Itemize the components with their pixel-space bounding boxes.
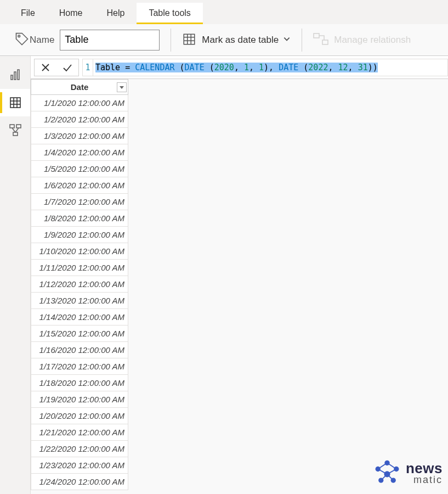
mark-date-label: Mark as date table <box>202 35 279 46</box>
table-row[interactable]: 1/9/2020 12:00:00 AM <box>31 227 128 243</box>
table-row[interactable]: 1/11/2020 12:00:00 AM <box>31 260 128 276</box>
mark-date-group[interactable]: Mark as date table <box>174 24 298 55</box>
svg-point-0 <box>18 35 20 37</box>
cell-date[interactable]: 1/21/2020 12:00:00 AM <box>31 424 128 441</box>
manage-relationships-label: Manage relationsh <box>334 35 411 46</box>
table-row[interactable]: 1/13/2020 12:00:00 AM <box>31 293 128 309</box>
column-header-label: Date <box>71 82 89 92</box>
table-row[interactable]: 1/1/2020 12:00:00 AM <box>31 95 128 111</box>
table-row[interactable]: 1/19/2020 12:00:00 AM <box>31 391 128 408</box>
name-group: Name <box>7 24 167 55</box>
cell-date[interactable]: 1/7/2020 12:00:00 AM <box>31 194 128 210</box>
cell-date[interactable]: 1/20/2020 12:00:00 AM <box>31 408 128 424</box>
table-row[interactable]: 1/15/2020 12:00:00 AM <box>31 325 128 342</box>
cell-date[interactable]: 1/18/2020 12:00:00 AM <box>31 375 128 391</box>
table-name-input[interactable] <box>60 30 160 50</box>
cell-date[interactable]: 1/2/2020 12:00:00 AM <box>31 111 128 128</box>
cell-date[interactable]: 1/11/2020 12:00:00 AM <box>31 260 128 276</box>
table-row[interactable]: 1/3/2020 12:00:00 AM <box>31 128 128 144</box>
formula-input[interactable]: Table = CALENDAR (DATE (2020, 1, 1), DAT… <box>93 59 448 76</box>
table-row[interactable]: 1/17/2020 12:00:00 AM <box>31 358 128 375</box>
svg-rect-11 <box>10 98 20 108</box>
manage-relationships-group[interactable]: Manage relationsh <box>305 24 418 55</box>
chevron-down-icon <box>283 35 291 44</box>
cell-date[interactable]: 1/24/2020 12:00:00 AM <box>31 474 128 490</box>
ribbon-tabs: File Home Help Table tools <box>0 0 448 24</box>
svg-rect-18 <box>13 132 18 136</box>
svg-rect-6 <box>314 33 319 38</box>
table-row[interactable]: 1/22/2020 12:00:00 AM <box>31 441 128 457</box>
table-row[interactable]: 1/2/2020 12:00:00 AM <box>31 111 128 128</box>
main-area: 1 Table = CALENDAR (DATE (2020, 1, 1), D… <box>0 56 448 494</box>
tab-help[interactable]: Help <box>94 3 137 24</box>
table-row[interactable]: 1/6/2020 12:00:00 AM <box>31 177 128 194</box>
data-table: Date 1/1/2020 12:00:00 AM1/2/2020 12:00:… <box>31 79 128 490</box>
cell-date[interactable]: 1/12/2020 12:00:00 AM <box>31 276 128 293</box>
table-row[interactable]: 1/12/2020 12:00:00 AM <box>31 276 128 293</box>
formula-line-number: 1 <box>82 59 93 76</box>
cell-date[interactable]: 1/22/2020 12:00:00 AM <box>31 441 128 457</box>
cell-date[interactable]: 1/9/2020 12:00:00 AM <box>31 227 128 243</box>
cell-date[interactable]: 1/17/2020 12:00:00 AM <box>31 358 128 375</box>
calendar-icon <box>182 32 196 48</box>
cell-date[interactable]: 1/6/2020 12:00:00 AM <box>31 177 128 194</box>
toolbar-divider <box>302 29 302 52</box>
cell-date[interactable]: 1/14/2020 12:00:00 AM <box>31 309 128 325</box>
table-row[interactable]: 1/8/2020 12:00:00 AM <box>31 210 128 227</box>
nav-data-view[interactable] <box>0 89 30 116</box>
svg-rect-10 <box>18 70 19 80</box>
name-label: Name <box>30 35 54 46</box>
cell-date[interactable]: 1/15/2020 12:00:00 AM <box>31 325 128 342</box>
svg-rect-7 <box>322 40 328 44</box>
nav-model-view[interactable] <box>0 116 30 144</box>
table-row[interactable]: 1/4/2020 12:00:00 AM <box>31 144 128 161</box>
commit-formula-button[interactable] <box>56 59 78 76</box>
table-row[interactable]: 1/18/2020 12:00:00 AM <box>31 375 128 391</box>
cell-date[interactable]: 1/23/2020 12:00:00 AM <box>31 457 128 474</box>
nav-report-view[interactable] <box>0 61 30 89</box>
column-header-date[interactable]: Date <box>31 80 128 95</box>
column-filter-button[interactable] <box>117 82 127 92</box>
toolbar-divider <box>171 29 171 52</box>
cell-date[interactable]: 1/13/2020 12:00:00 AM <box>31 293 128 309</box>
ribbon-toolbar: Name Mark as date table Manage r <box>0 24 448 56</box>
table-row[interactable]: 1/10/2020 12:00:00 AM <box>31 243 128 260</box>
table-row[interactable]: 1/21/2020 12:00:00 AM <box>31 424 128 441</box>
cell-date[interactable]: 1/16/2020 12:00:00 AM <box>31 342 128 358</box>
svg-rect-8 <box>11 75 13 80</box>
content: 1 Table = CALENDAR (DATE (2020, 1, 1), D… <box>31 56 448 494</box>
table-row[interactable]: 1/14/2020 12:00:00 AM <box>31 309 128 325</box>
cell-date[interactable]: 1/5/2020 12:00:00 AM <box>31 161 128 177</box>
cell-date[interactable]: 1/3/2020 12:00:00 AM <box>31 128 128 144</box>
cell-date[interactable]: 1/1/2020 12:00:00 AM <box>31 95 128 111</box>
svg-rect-16 <box>10 125 14 128</box>
table-row[interactable]: 1/23/2020 12:00:00 AM <box>31 457 128 474</box>
tag-icon <box>14 31 30 48</box>
formula-bar: 1 Table = CALENDAR (DATE (2020, 1, 1), D… <box>31 56 448 79</box>
data-grid: Date 1/1/2020 12:00:00 AM1/2/2020 12:00:… <box>31 79 448 490</box>
cell-date[interactable]: 1/19/2020 12:00:00 AM <box>31 391 128 408</box>
table-row[interactable]: 1/20/2020 12:00:00 AM <box>31 408 128 424</box>
svg-line-19 <box>12 128 15 132</box>
svg-rect-9 <box>14 72 16 80</box>
svg-rect-1 <box>184 34 195 44</box>
table-row[interactable]: 1/5/2020 12:00:00 AM <box>31 161 128 177</box>
nav-rail <box>0 56 31 494</box>
formula-buttons <box>34 59 79 76</box>
tab-table-tools[interactable]: Table tools <box>137 3 203 24</box>
svg-rect-17 <box>16 125 21 128</box>
cell-date[interactable]: 1/4/2020 12:00:00 AM <box>31 144 128 161</box>
relationship-icon <box>313 33 328 47</box>
table-row[interactable]: 1/7/2020 12:00:00 AM <box>31 194 128 210</box>
cell-date[interactable]: 1/8/2020 12:00:00 AM <box>31 210 128 227</box>
tab-file[interactable]: File <box>9 3 47 24</box>
table-row[interactable]: 1/16/2020 12:00:00 AM <box>31 342 128 358</box>
svg-line-20 <box>15 128 19 132</box>
tab-home[interactable]: Home <box>47 3 95 24</box>
cancel-formula-button[interactable] <box>35 59 56 76</box>
table-row[interactable]: 1/24/2020 12:00:00 AM <box>31 474 128 490</box>
cell-date[interactable]: 1/10/2020 12:00:00 AM <box>31 243 128 260</box>
